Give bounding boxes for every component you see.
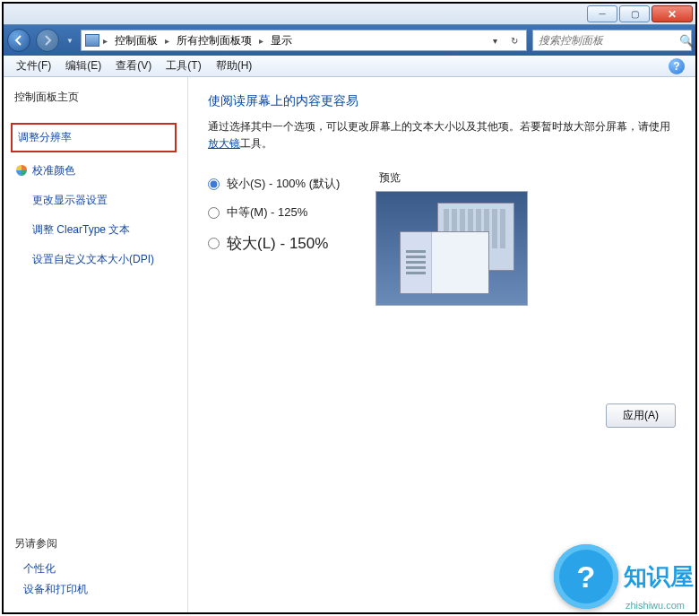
menu-tools[interactable]: 工具(T) xyxy=(159,56,208,75)
preview-image xyxy=(375,191,528,306)
breadcrumb[interactable]: ▸ 控制面板 ▸ 所有控制面板项 ▸ 显示 ▾ ↻ xyxy=(81,30,527,51)
control-panel-icon xyxy=(85,34,99,47)
watermark-badge: ? 知识屋 zhishiwu.com xyxy=(554,544,694,609)
sidebar-link-cleartype[interactable]: 调整 ClearType 文本 xyxy=(14,219,177,241)
sidebar-link-calibrate[interactable]: 校准颜色 xyxy=(14,160,177,182)
help-icon[interactable]: ? xyxy=(669,58,685,74)
see-also-personalization[interactable]: 个性化 xyxy=(14,559,177,579)
sidebar-link-dpi[interactable]: 设置自定义文本大小(DPI) xyxy=(14,248,177,271)
intro-text: 通过选择其中一个选项，可以更改屏幕上的文本大小以及其他项。若要暂时放大部分屏幕，… xyxy=(208,118,676,152)
radio-smaller-label: 较小(S) - 100% (默认) xyxy=(227,176,340,192)
search-input[interactable] xyxy=(533,34,679,47)
breadcrumb-item[interactable]: 所有控制面板项 xyxy=(173,33,255,48)
navigation-bar: ▼ ▸ 控制面板 ▸ 所有控制面板项 ▸ 显示 ▾ ↻ 🔍 xyxy=(4,25,695,56)
menu-file[interactable]: 文件(F) xyxy=(9,56,58,75)
radio-medium-input[interactable] xyxy=(208,207,220,219)
radio-larger[interactable]: 较大(L) - 150% xyxy=(208,233,340,254)
page-title: 使阅读屏幕上的内容更容易 xyxy=(208,93,676,109)
refresh-button[interactable]: ↻ xyxy=(506,32,522,48)
badge-icon: ? xyxy=(554,544,618,609)
magnifier-link[interactable]: 放大镜 xyxy=(208,137,240,150)
history-dropdown[interactable]: ▼ xyxy=(65,37,75,45)
titlebar: ─ ▢ ✕ xyxy=(4,4,695,25)
size-options: 较小(S) - 100% (默认) 中等(M) - 125% 较大(L) - 1… xyxy=(208,170,340,266)
badge-name: 知识屋 xyxy=(624,561,694,593)
back-button[interactable] xyxy=(7,29,30,52)
forward-button[interactable] xyxy=(36,29,59,52)
sidebar: 控制面板主页 调整分辨率 校准颜色 更改显示器设置 调整 ClearType 文… xyxy=(4,77,188,612)
minimize-button[interactable]: ─ xyxy=(587,5,617,22)
menu-edit[interactable]: 编辑(E) xyxy=(58,56,108,75)
badge-url: zhishiwu.com xyxy=(626,600,685,611)
sidebar-link-display-settings[interactable]: 更改显示器设置 xyxy=(14,189,177,212)
sidebar-link-label: 校准颜色 xyxy=(32,164,75,177)
shield-icon xyxy=(16,165,27,176)
radio-smaller[interactable]: 较小(S) - 100% (默认) xyxy=(208,176,340,192)
chevron-right-icon: ▸ xyxy=(163,36,171,46)
radio-larger-label: 较大(L) - 150% xyxy=(227,233,328,254)
maximize-button[interactable]: ▢ xyxy=(619,5,650,22)
breadcrumb-dropdown[interactable]: ▾ xyxy=(487,32,503,48)
see-also-devices[interactable]: 设备和打印机 xyxy=(14,579,177,600)
control-panel-home-link[interactable]: 控制面板主页 xyxy=(14,90,177,105)
radio-medium-label: 中等(M) - 125% xyxy=(227,204,307,221)
search-icon[interactable]: 🔍 xyxy=(679,34,694,48)
radio-smaller-input[interactable] xyxy=(208,178,220,190)
breadcrumb-item[interactable]: 显示 xyxy=(267,33,296,48)
radio-larger-input[interactable] xyxy=(208,238,220,249)
preview-label: 预览 xyxy=(375,170,528,186)
chevron-right-icon: ▸ xyxy=(257,36,265,46)
menu-help[interactable]: 帮助(H) xyxy=(209,56,260,75)
menu-bar: 文件(F) 编辑(E) 查看(V) 工具(T) 帮助(H) ? xyxy=(4,56,695,77)
radio-medium[interactable]: 中等(M) - 125% xyxy=(208,204,340,221)
breadcrumb-item[interactable]: 控制面板 xyxy=(111,33,161,48)
sidebar-link-resolution[interactable]: 调整分辨率 xyxy=(11,123,177,152)
chevron-right-icon: ▸ xyxy=(101,36,109,46)
search-box[interactable]: 🔍 xyxy=(532,30,692,51)
main-content: 使阅读屏幕上的内容更容易 通过选择其中一个选项，可以更改屏幕上的文本大小以及其他… xyxy=(188,77,695,612)
apply-button[interactable]: 应用(A) xyxy=(606,403,676,428)
see-also-header: 另请参阅 xyxy=(14,536,177,551)
menu-view[interactable]: 查看(V) xyxy=(108,56,159,75)
close-button[interactable]: ✕ xyxy=(652,5,693,22)
